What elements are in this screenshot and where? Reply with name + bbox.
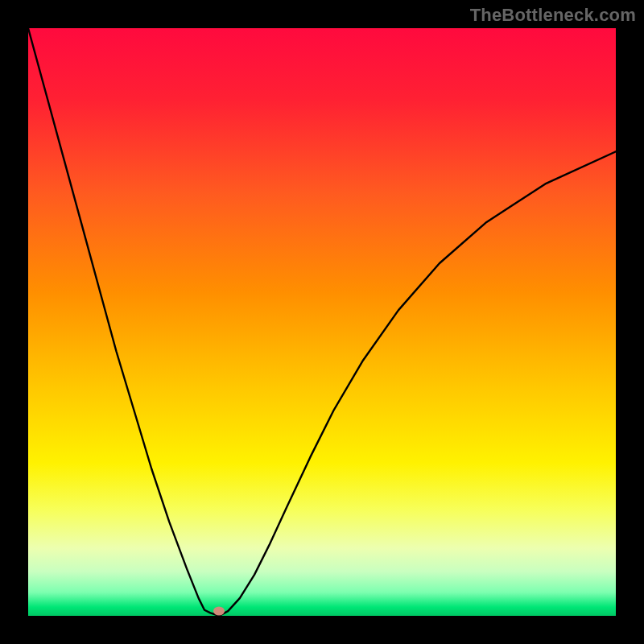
plot-area: [28, 28, 616, 616]
chart-frame: TheBottleneck.com: [0, 0, 644, 644]
attribution-text: TheBottleneck.com: [470, 5, 636, 26]
optimal-point-marker: [213, 607, 225, 616]
bottleneck-curve: [28, 28, 616, 616]
